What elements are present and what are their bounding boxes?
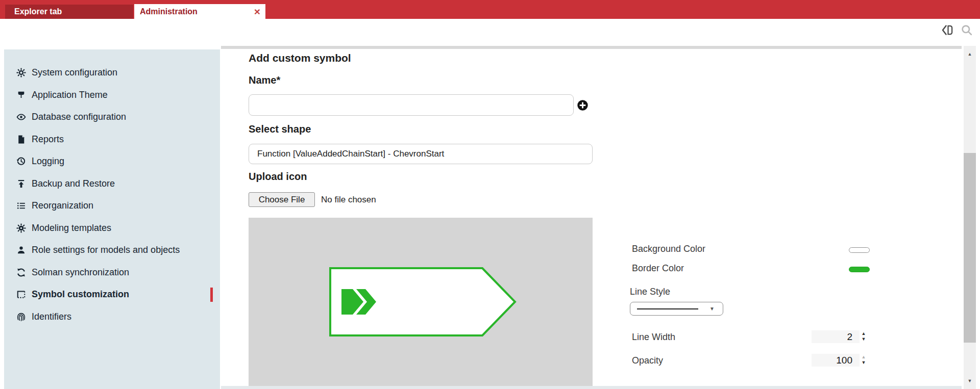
list-icon	[16, 201, 26, 211]
select-shape-input[interactable]	[249, 144, 593, 164]
chevron-down-icon: ▼	[709, 306, 715, 312]
history-icon	[16, 157, 26, 166]
tab-administration[interactable]: Administration ×	[134, 4, 265, 19]
administration-window: Explorer tab Administration ×	[0, 0, 980, 389]
vertical-scrollbar[interactable]: ▲ ▼	[964, 46, 976, 389]
solid-line-sample	[637, 308, 698, 309]
document-icon	[16, 135, 26, 144]
brush-icon	[16, 90, 26, 100]
scrollbar-thumb[interactable]	[964, 153, 976, 343]
sidebar-item-logging[interactable]: Logging	[4, 150, 220, 173]
tab-administration-label: Administration	[140, 7, 198, 16]
fingerprint-icon	[16, 312, 26, 322]
sidebar-item-modeling-templates[interactable]: Modeling templates	[4, 217, 220, 240]
choose-file-button[interactable]: Choose File	[249, 192, 315, 207]
line-style-label: Line Style	[630, 287, 670, 297]
sidebar-item-backup-and-restore[interactable]: Backup and Restore	[4, 173, 220, 195]
symbol-customization-panel: Add custom symbol Name* Select shape Upl…	[220, 49, 962, 389]
gear-solid-icon	[16, 223, 26, 233]
border-color-label: Border Color	[632, 263, 684, 274]
eye-icon	[16, 112, 26, 122]
selected-item-indicator	[210, 288, 213, 302]
toolbar	[0, 19, 980, 46]
scroll-up-icon[interactable]: ▲	[964, 48, 976, 60]
sidebar-item-system-configuration[interactable]: System configuration	[4, 62, 220, 84]
border-color-swatch[interactable]	[849, 267, 870, 272]
opacity-down-icon[interactable]: ▼	[862, 360, 866, 366]
name-input[interactable]	[249, 94, 574, 116]
opacity-label: Opacity	[632, 355, 663, 366]
opacity-input[interactable]: 100	[812, 354, 860, 367]
gear-icon	[16, 68, 26, 77]
close-tab-icon[interactable]: ×	[254, 6, 260, 16]
line-width-stepper: ▲ ▼	[860, 331, 868, 342]
select-shape-label: Select shape	[249, 123, 311, 135]
sidebar-item-reorganization[interactable]: Reorganization	[4, 195, 220, 217]
search-icon[interactable]	[960, 23, 973, 37]
opacity-stepper: ▲ ▼	[860, 354, 868, 366]
person-icon	[16, 245, 26, 255]
horizontal-scrollbar[interactable]	[221, 386, 962, 389]
sidebar-item-identifiers[interactable]: Identifiers	[4, 306, 220, 328]
background-color-swatch[interactable]	[849, 247, 870, 253]
tab-explorer[interactable]: Explorer tab	[5, 5, 133, 19]
add-symbol-button[interactable]	[577, 100, 588, 111]
line-width-label: Line Width	[632, 332, 675, 343]
upload-icon-label: Upload icon	[249, 171, 307, 183]
collapse-panel-icon[interactable]	[941, 23, 954, 37]
sidebar-item-application-theme[interactable]: Application Theme	[4, 84, 220, 107]
chevron-start-symbol	[329, 267, 517, 337]
line-style-dropdown[interactable]: ▼	[630, 302, 723, 316]
admin-sidebar: System configuration Application Theme D…	[4, 49, 220, 389]
background-color-label: Background Color	[632, 244, 705, 254]
sidebar-item-role-settings-for-models-and-objects[interactable]: Role settings for models and objects	[4, 239, 220, 262]
symbol-preview-canvas	[249, 218, 593, 386]
line-width-input[interactable]: 2	[812, 330, 860, 343]
sidebar-item-reports[interactable]: Reports	[4, 128, 220, 151]
scroll-down-icon[interactable]: ▼	[964, 375, 976, 387]
tab-explorer-label: Explorer tab	[14, 7, 62, 16]
tab-bar: Explorer tab Administration ×	[0, 0, 980, 19]
page-title: Add custom symbol	[249, 52, 351, 64]
sidebar-item-symbol-customization[interactable]: Symbol customization	[4, 283, 220, 306]
name-label: Name*	[249, 74, 280, 86]
file-status-text: No file chosen	[321, 195, 376, 205]
sidebar-item-solman-synchronization[interactable]: Solman synchronization	[4, 262, 220, 284]
line-width-up-icon[interactable]: ▲	[862, 331, 866, 336]
upload-icon	[16, 179, 26, 189]
sync-icon	[16, 268, 26, 277]
line-width-down-icon[interactable]: ▼	[862, 336, 866, 342]
opacity-up-icon[interactable]: ▲	[862, 354, 866, 360]
shape-icon	[16, 290, 26, 299]
sidebar-item-database-configuration[interactable]: Database configuration	[4, 106, 220, 128]
